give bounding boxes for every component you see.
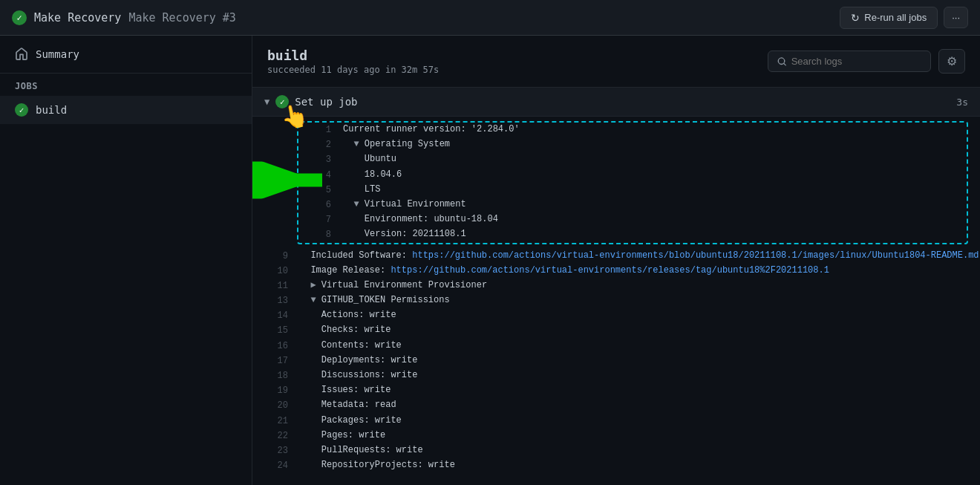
rerun-icon: ↻ [851,12,860,24]
header-left: Make Recovery Make Recovery #3 [12,10,236,25]
line-number: 24 [261,458,288,473]
top-header: Make Recovery Make Recovery #3 ↻ Re-run … [0,0,980,36]
line-content: Issues: write [300,383,971,397]
line-number: 19 [261,383,288,398]
log-lines: 👆 1 Current runner version: '2.284.0' 2 … [252,121,980,473]
rerun-button-label: Re-run all jobs [864,12,927,23]
line-number: 4 [304,168,331,183]
line-content: 18.04.6 [343,168,961,182]
search-logs-container[interactable] [768,51,931,72]
line-content: ▶ Virtual Environment Provisioner [300,279,971,293]
sidebar: Summary Jobs build [0,36,252,485]
line-number: 23 [261,443,288,458]
log-line[interactable]: 19 Issues: write [252,383,980,398]
line-content: Included Software: https://github.com/ac… [300,249,979,263]
log-line[interactable]: 7 Environment: ubuntu-18.04 [298,212,967,227]
line-number: 6 [304,198,331,212]
build-info: build succeeded 11 days ago in 32m 57s [267,48,439,75]
line-number: 10 [261,264,288,279]
build-meta: succeeded 11 days ago in 32m 57s [267,65,439,75]
line-content: Packages: write [300,414,971,428]
line-number: 22 [261,429,288,443]
line-number: 21 [261,414,288,429]
image-release-link[interactable]: https://github.com/actions/virtual-envir… [391,265,829,276]
log-line[interactable]: 8 Version: 20211108.1 [298,227,967,242]
chevron-down-icon: ▼ [264,97,270,107]
log-line[interactable]: 20 Metadata: read [252,398,980,413]
log-line[interactable]: 24 RepositoryProjects: write [252,458,980,473]
job-status-icon [15,103,28,117]
line-content: Pages: write [300,429,971,443]
step-header-left: ▼ Set up job [264,95,358,108]
log-line[interactable]: 13 ▼ GITHUB_TOKEN Permissions [252,293,980,308]
home-icon [15,48,28,61]
line-content: PullRequests: write [300,443,971,458]
workflow-title: Make Recovery [34,11,121,25]
sidebar-item-summary[interactable]: Summary [0,36,252,74]
step-status-icon [275,95,289,108]
log-line[interactable]: 16 Contents: write [252,339,980,354]
log-line[interactable]: 3 Ubuntu [298,152,967,167]
line-number: 11 [261,279,288,293]
run-label: Make Recovery #3 [128,11,236,25]
sidebar-job-item-build[interactable]: build [0,96,252,124]
step-duration: 3s [956,97,968,108]
line-number: 2 [304,137,331,152]
log-section: ▼ Set up job 3s [252,88,980,473]
line-content: ▼ GITHUB_TOKEN Permissions [300,293,971,307]
line-number: 18 [261,368,288,383]
line-content: Contents: write [300,339,971,353]
line-number: 1 [304,123,331,137]
line-number: 8 [304,227,331,242]
more-icon: ··· [952,12,960,23]
build-header-right: ⚙ [768,49,965,74]
line-content: Discussions: write [300,368,971,383]
more-options-button[interactable]: ··· [944,7,968,28]
line-content: Checks: write [300,323,971,337]
line-content: Current runner version: '2.284.0' [343,123,961,137]
content-area: build succeeded 11 days ago in 32m 57s ⚙ [252,36,980,485]
line-number: 16 [261,339,288,354]
line-content: ▼ Virtual Environment [343,198,961,212]
log-line[interactable]: 18 Discussions: write [252,368,980,383]
step-header-setup-job[interactable]: ▼ Set up job 3s [252,88,980,117]
line-content: Environment: ubuntu-18.04 [343,212,961,227]
line-content: LTS [343,183,961,197]
log-line[interactable]: 10 Image Release: https://github.com/act… [252,264,980,279]
search-logs-input[interactable] [791,56,921,67]
rerun-all-jobs-button[interactable]: ↻ Re-run all jobs [840,7,938,29]
line-content: ▼ Operating System [343,137,961,152]
log-line[interactable]: 11 ▶ Virtual Environment Provisioner [252,279,980,293]
log-line[interactable]: 5 LTS [298,183,967,198]
line-number: 15 [261,323,288,338]
line-content: Image Release: https://github.com/action… [300,264,971,278]
line-number: 13 [261,293,288,308]
log-line[interactable]: 9 Included Software: https://github.com/… [252,249,980,264]
summary-label: Summary [36,48,79,60]
main-layout: Summary Jobs build build succeeded 11 da… [0,36,980,485]
build-title: build [267,48,439,63]
line-content: Actions: write [300,308,971,322]
log-line[interactable]: 22 Pages: write [252,429,980,443]
line-number: 7 [304,212,331,227]
line-content: Deployments: write [300,354,971,368]
gear-icon: ⚙ [947,55,957,68]
header-right: ↻ Re-run all jobs ··· [840,7,968,29]
log-line[interactable]: 21 Packages: write [252,414,980,429]
log-line[interactable]: 14 Actions: write [252,308,980,323]
log-line[interactable]: 4 18.04.6 [298,168,967,183]
log-line[interactable]: 2 ▼ Operating System [298,137,967,152]
line-content: Metadata: read [300,398,971,412]
log-line[interactable]: 17 Deployments: write [252,354,980,368]
step-name: Set up job [295,96,357,108]
line-number: 5 [304,183,331,198]
line-number: 17 [261,354,288,368]
included-software-link[interactable]: https://github.com/actions/virtual-envir… [412,250,979,261]
settings-button[interactable]: ⚙ [938,49,965,74]
log-line[interactable]: 23 PullRequests: write [252,443,980,458]
log-line[interactable]: 15 Checks: write [252,323,980,338]
log-line[interactable]: 6 ▼ Virtual Environment [298,198,967,212]
jobs-section-label: Jobs [0,74,252,96]
log-line[interactable]: 1 Current runner version: '2.284.0' [298,123,967,137]
highlight-dashed-box: 1 Current runner version: '2.284.0' 2 ▼ … [297,121,968,244]
